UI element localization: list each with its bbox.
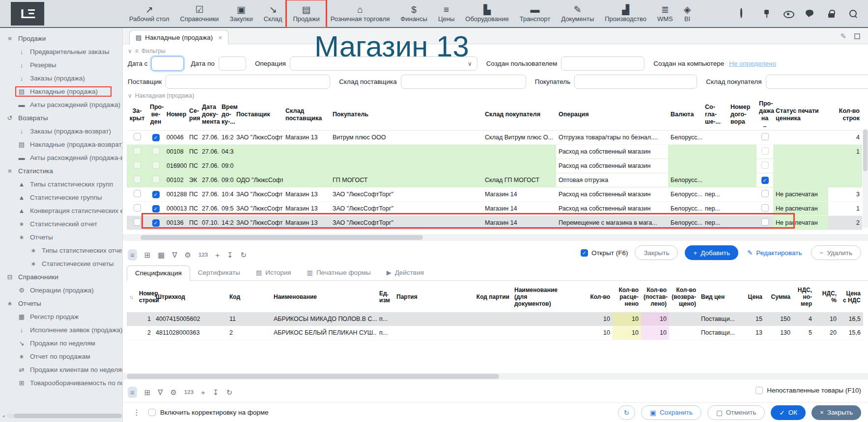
column-header-time[interactable]: Врем до- ку-... (219, 99, 234, 131)
grid-vscroll-thumb[interactable] (863, 130, 868, 171)
column-header-currency[interactable]: Валюта (668, 99, 702, 131)
column-header-party_code[interactable]: Код партии (467, 282, 512, 312)
edit-button[interactable]: ✎Редактировать (745, 245, 804, 260)
row-checkbox-closed[interactable] (134, 161, 141, 169)
save-button[interactable]: ▣Сохранить (641, 405, 701, 420)
column-header-vat_num[interactable]: НДС, но- мер (793, 282, 814, 312)
add-button[interactable]: +Добавить (685, 245, 738, 260)
spec-hscroll-thumb[interactable] (127, 374, 499, 379)
table-row[interactable]: 0169009ПС27.06.2409:01Расход на собствен… (127, 159, 862, 173)
close-form-button[interactable]: ×Закрыть (812, 405, 861, 420)
sidebar-item[interactable]: ↓Предварительные заказы (0, 45, 122, 58)
nonsupplied-toggle[interactable]: Непоставленные товары (F10) (756, 387, 861, 394)
gear-icon[interactable]: ⚙ (185, 251, 191, 259)
row-checkbox-sale_on[interactable] (761, 133, 769, 140)
column-header-qty_returned[interactable]: Кол-во (возвра- щено) (669, 282, 699, 312)
lock-icon[interactable] (827, 9, 837, 19)
sidebar-item[interactable]: ⊟Справочники (0, 270, 122, 284)
list-icon[interactable]: ≡ (128, 387, 137, 398)
column-header-contract[interactable]: Номер дого- вора (728, 99, 756, 131)
row-checkbox-closed[interactable] (134, 218, 141, 226)
row-checkbox-proven[interactable] (152, 205, 160, 212)
column-header-number[interactable]: Номер (164, 99, 187, 131)
operation-select[interactable]: ∨ (290, 56, 477, 71)
sidebar-item[interactable]: ∗Отчет по продажам (0, 350, 122, 363)
column-header-row_count[interactable]: Кол-во строк (828, 99, 862, 131)
sort-icon[interactable]: ↑↓ (129, 294, 133, 300)
row-checkbox-sale_on[interactable] (761, 161, 769, 169)
gear-icon[interactable]: ⚙ (170, 389, 176, 396)
column-header-price_vat[interactable]: Цена с НДС (839, 282, 863, 312)
nav-item-purchases[interactable]: ▣Закупки (224, 1, 258, 26)
nav-item-production[interactable]: ▟Производство (599, 1, 652, 26)
table-icon[interactable]: ⊞ (144, 251, 151, 259)
pin-icon[interactable] (762, 9, 772, 19)
column-header-supplier[interactable]: Поставщик (234, 99, 283, 131)
close-tab-icon[interactable]: × (218, 34, 222, 42)
sidebar-item[interactable]: ▬Акты расхождений (продажа-возврат) (0, 151, 122, 164)
subtab-спецификация[interactable]: Спецификация (127, 265, 190, 281)
kebab-menu-icon[interactable]: ⋮ (133, 408, 140, 417)
column-header-doc_name[interactable]: Наименование (для документов) (512, 282, 573, 312)
table-icon[interactable]: ⊞ (144, 389, 151, 396)
row-checkbox-proven[interactable] (152, 161, 160, 169)
row-checkbox-sale_on[interactable] (761, 218, 769, 226)
tab-invoices-sale[interactable]: ▤ Накладные (продажа) × (129, 30, 228, 45)
table-row[interactable]: 0012888ПС27.06.2410:41ЗАО "ЛюксСофтТорг"… (127, 187, 862, 202)
table-row[interactable]: 1400741500560211АБРИКОСЫ МИКАДО ПОЛОВ.В … (127, 312, 863, 326)
column-header-buyer[interactable]: Покупатель (330, 99, 482, 131)
sidebar-item[interactable]: ↓Заказы (продажа) (0, 72, 122, 85)
numeric-format-icon[interactable]: 123 (198, 252, 208, 258)
adjust-checkbox[interactable] (148, 409, 156, 416)
row-checkbox-sale_on[interactable] (761, 147, 769, 155)
delete-button[interactable]: −Удалить (811, 245, 861, 260)
open-f6-toggle[interactable]: Открыт (F6) (581, 249, 628, 257)
row-checkbox-sale_on[interactable] (761, 177, 769, 184)
cancel-button[interactable]: ▢Отменить (707, 405, 765, 420)
grid-hscroll-thumb[interactable] (140, 235, 423, 240)
column-header-sort[interactable]: ↑↓ (127, 282, 137, 312)
sidebar-item[interactable]: ↓Заказы (продажа-возврат) (0, 125, 122, 138)
row-checkbox-closed[interactable] (134, 176, 141, 183)
sidebar-item[interactable]: ⚙Операции (продажа) (0, 284, 122, 297)
row-checkbox-proven[interactable] (152, 134, 160, 141)
nav-item-equipment[interactable]: ▙Оборудование (460, 1, 514, 26)
row-checkbox-proven[interactable] (152, 219, 160, 227)
sidebar-item[interactable]: ▤Накладные (продажа-возврат) (0, 138, 122, 151)
column-header-barcode[interactable]: Штрихкод (153, 282, 227, 312)
column-header-proven[interactable]: Про- ве- ден (147, 99, 164, 131)
adjust-toggle[interactable]: Включить корректировку на форме (148, 409, 269, 416)
supplier-input[interactable] (166, 75, 330, 89)
eye-icon[interactable] (784, 9, 793, 19)
buyer-input[interactable] (574, 75, 697, 89)
row-checkbox-proven[interactable] (152, 191, 160, 198)
column-header-date[interactable]: Дата доку- мента (199, 99, 219, 131)
column-header-unit[interactable]: Ед. изм (377, 282, 394, 312)
refresh-icon[interactable]: ↻ (226, 389, 232, 396)
column-header-buyer_wh[interactable]: Склад покупателя (482, 99, 556, 131)
column-header-supplier_wh[interactable]: Склад поставщика (283, 99, 330, 131)
column-header-agreement[interactable]: Со- гла- ше-... (702, 99, 728, 131)
sidebar-item[interactable]: ↺Возвраты (0, 111, 122, 125)
sidebar-item[interactable]: ∗Типы статистических отчетов (0, 244, 122, 257)
refresh-button[interactable]: ↻ (618, 405, 635, 420)
column-header-operation[interactable]: Операция (556, 99, 668, 131)
column-header-price_type[interactable]: Вид цен (699, 282, 738, 312)
calendar-icon[interactable]: ▦ (158, 251, 165, 259)
download-icon[interactable]: ↧ (227, 251, 233, 259)
column-header-sum[interactable]: Сумма (765, 282, 793, 312)
sidebar-hscroll-track[interactable] (7, 414, 122, 418)
table-row[interactable]: 00046ПС27.06.2416:20ЗАО "ЛюксСофтТорг"Ма… (127, 131, 862, 145)
column-header-code[interactable]: Код (227, 282, 271, 312)
download-icon[interactable]: ↧ (213, 389, 219, 396)
refresh-icon[interactable]: ↻ (241, 251, 247, 259)
subtab-печатные формы[interactable]: ▥Печатные формы (299, 265, 379, 280)
sidebar-item[interactable]: ∗Отчеты (0, 297, 122, 310)
numeric-format-icon[interactable]: 123 (184, 389, 194, 395)
sidebar-hscroll-thumb[interactable] (14, 414, 122, 418)
contrast-icon[interactable] (740, 9, 750, 19)
row-checkbox-proven[interactable] (152, 147, 160, 155)
funnel-icon[interactable]: ∇ (158, 389, 163, 396)
scroll-left-icon[interactable]: ◂ (0, 413, 7, 419)
subtab-история[interactable]: ▤История (248, 265, 299, 280)
